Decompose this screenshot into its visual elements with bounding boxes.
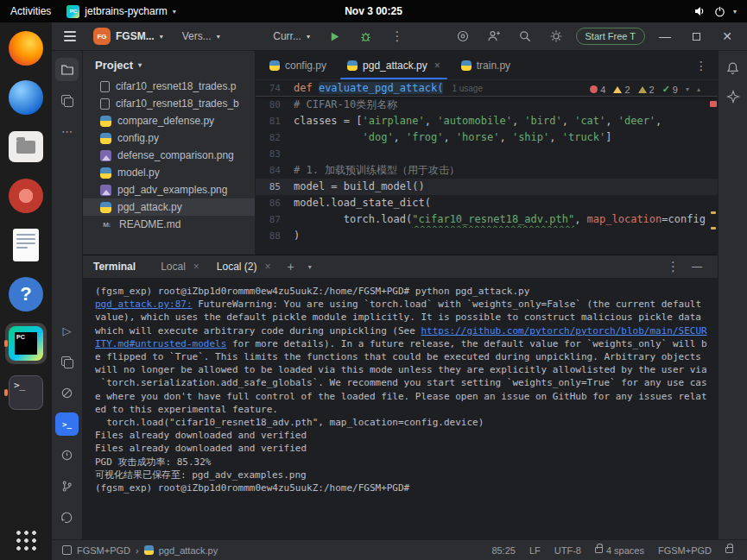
- line-ending[interactable]: LF: [529, 545, 541, 556]
- terminal-title[interactable]: Terminal: [93, 261, 136, 273]
- interpreter-widget[interactable]: FGSM+PGD: [658, 545, 712, 556]
- app-indicator[interactable]: PC jetbrains-pycharm ▾: [66, 5, 175, 18]
- lock-icon[interactable]: [725, 547, 733, 553]
- dock-item-pycharm[interactable]: PC: [5, 323, 47, 364]
- add-user-icon[interactable]: [483, 25, 505, 47]
- notifications-bell-icon[interactable]: [725, 61, 740, 76]
- vcs-widget[interactable]: Vers... ▾: [177, 28, 225, 45]
- text-segment: 'truck': [562, 131, 606, 143]
- previous-problem-icon[interactable]: ▴: [697, 85, 700, 93]
- more-actions-icon[interactable]: ⋮: [386, 25, 408, 47]
- system-status-area[interactable]: ▾: [693, 4, 747, 18]
- tree-item[interactable]: cifar10_resnet18_trades.p: [83, 78, 255, 95]
- tree-item[interactable]: pgd_attack.py: [83, 198, 255, 216]
- chevron-down-icon[interactable]: ▾: [303, 263, 317, 271]
- more-tool-windows-icon[interactable]: ⋯: [55, 120, 79, 143]
- tree-item[interactable]: defense_comparison.png: [83, 147, 255, 164]
- project-widget[interactable]: FG FGSM... ▾: [88, 25, 168, 47]
- dock-item-media-player[interactable]: [5, 175, 47, 217]
- dock-item-browser[interactable]: [5, 77, 47, 118]
- warning-stripe-mark: [711, 211, 716, 214]
- project-panel-title: Project: [95, 59, 133, 72]
- terminal-tab-local-2[interactable]: Local (2) ×: [209, 255, 279, 278]
- terminal-tool-icon[interactable]: >_: [55, 412, 79, 436]
- dock-item-files[interactable]: [5, 126, 47, 167]
- search-icon[interactable]: [514, 25, 536, 47]
- settings-gear-icon[interactable]: [545, 25, 567, 47]
- terminal-link[interactable]: ITY.md#untrusted-models: [95, 338, 226, 349]
- indent-widget[interactable]: 4 spaces: [595, 545, 644, 556]
- project-tool-icon[interactable]: [55, 58, 79, 81]
- start-free-trial-button[interactable]: Start Free T: [576, 28, 645, 45]
- caret-position[interactable]: 85:25: [491, 545, 516, 556]
- warning-count: 2: [613, 85, 630, 95]
- main-menu-button[interactable]: [60, 28, 79, 45]
- code-with-me-icon[interactable]: [452, 25, 474, 47]
- tool-window-icon[interactable]: [62, 545, 72, 555]
- tree-item[interactable]: config.py: [83, 129, 255, 147]
- maximize-button[interactable]: [685, 25, 707, 47]
- show-applications-button[interactable]: [15, 529, 37, 551]
- code-lines: 80# CIFAR-10类别名称81classes = ['airplane',…: [256, 97, 718, 244]
- terminal-options-icon[interactable]: ⋮: [667, 259, 680, 274]
- problems-tool-icon[interactable]: [55, 444, 79, 467]
- close-button[interactable]: ✕: [716, 25, 738, 47]
- code-line-82[interactable]: 82 'dog', 'frog', 'horse', 'ship', 'truc…: [256, 129, 718, 146]
- close-tab-icon[interactable]: ×: [265, 261, 271, 273]
- tab-config-py[interactable]: config.py: [259, 51, 337, 79]
- project-name: FGSM...: [116, 30, 155, 42]
- status-project-name[interactable]: FGSM+PGD: [77, 545, 130, 556]
- py-file-icon: [100, 116, 111, 127]
- python-console-tool-icon[interactable]: [55, 381, 79, 405]
- terminal-output[interactable]: (fgsm_exp) root@iZbp1d0rommm0ew4zu5uukZ:…: [83, 279, 718, 539]
- editor-tabs-more-icon[interactable]: ⋮: [685, 51, 718, 79]
- code-line-81[interactable]: 81classes = ['airplane', 'automobile', '…: [256, 113, 718, 129]
- project-panel-header[interactable]: Project ▾: [83, 51, 255, 78]
- file-encoding[interactable]: UTF-8: [554, 545, 581, 556]
- next-problem-icon[interactable]: ▾: [686, 85, 689, 93]
- code-line-88[interactable]: 88): [256, 228, 718, 244]
- code-line-85[interactable]: 85model = build_model(): [256, 179, 718, 195]
- tab-train-py[interactable]: train.py: [451, 51, 521, 79]
- dock-item-terminal[interactable]: >_: [5, 372, 47, 413]
- usage-inlay-hint[interactable]: 1 usage: [452, 84, 483, 93]
- dock-item-firefox[interactable]: [5, 28, 47, 69]
- tree-item[interactable]: model.py: [83, 164, 255, 181]
- close-tab-icon[interactable]: ×: [193, 261, 199, 273]
- dock-item-document-viewer[interactable]: [5, 224, 47, 266]
- services-tool-icon[interactable]: [55, 350, 79, 374]
- inspections-widget[interactable]: 4 2 2 ✓9 ▾ ▴: [586, 83, 704, 96]
- terminal-link[interactable]: https://github.com/pytorch/pytorch/blob/…: [421, 325, 707, 337]
- terminal-link[interactable]: pgd_attack.py:87:: [95, 299, 193, 310]
- tab-pgd-attack-py[interactable]: pgd_attack.py ×: [337, 51, 451, 79]
- tree-item[interactable]: cifar10_resnet18_trades_b: [83, 95, 255, 112]
- code-line-87[interactable]: 87 torch.load("cifar10_resnet18_adv.pth"…: [256, 211, 718, 228]
- dock-item-help[interactable]: ?: [5, 274, 47, 315]
- activities-button[interactable]: Activities: [10, 5, 51, 17]
- run-tool-icon[interactable]: ▷: [55, 319, 79, 343]
- tree-item[interactable]: pgd_adv_examples.png: [83, 181, 255, 198]
- run-button[interactable]: [324, 25, 346, 47]
- tree-item[interactable]: M↓README.md: [83, 216, 255, 233]
- code-line-84[interactable]: 84# 1. 加载预训练模型（用于攻击）: [256, 162, 718, 179]
- ai-assistant-icon[interactable]: [726, 90, 740, 104]
- debug-button[interactable]: [355, 25, 377, 47]
- packages-tool-icon[interactable]: [55, 506, 79, 529]
- code-line-86[interactable]: 86model.load_state_dict(: [256, 195, 718, 211]
- pycharm-icon: PC: [9, 326, 43, 361]
- tree-item[interactable]: compare_defense.py: [83, 112, 255, 129]
- run-configuration-widget[interactable]: Curr... ▾: [268, 28, 315, 45]
- editor-tabs: config.py pgd_attack.py × train.py: [256, 51, 718, 80]
- hide-tool-window-icon[interactable]: —: [692, 261, 702, 273]
- structure-tool-icon[interactable]: [55, 89, 79, 112]
- volume-icon: [693, 4, 706, 18]
- status-file-name[interactable]: pgd_attack.py: [159, 545, 218, 556]
- minimize-button[interactable]: —: [654, 25, 676, 47]
- code-line-83[interactable]: 83: [256, 146, 718, 162]
- version-control-tool-icon[interactable]: [55, 475, 79, 498]
- close-tab-icon[interactable]: ×: [434, 60, 440, 72]
- terminal-tab-local[interactable]: Local ×: [153, 255, 207, 278]
- code-line-80[interactable]: 80# CIFAR-10类别名称: [256, 97, 718, 113]
- editor-scrollbar[interactable]: [709, 80, 718, 255]
- new-terminal-button[interactable]: +: [281, 260, 301, 274]
